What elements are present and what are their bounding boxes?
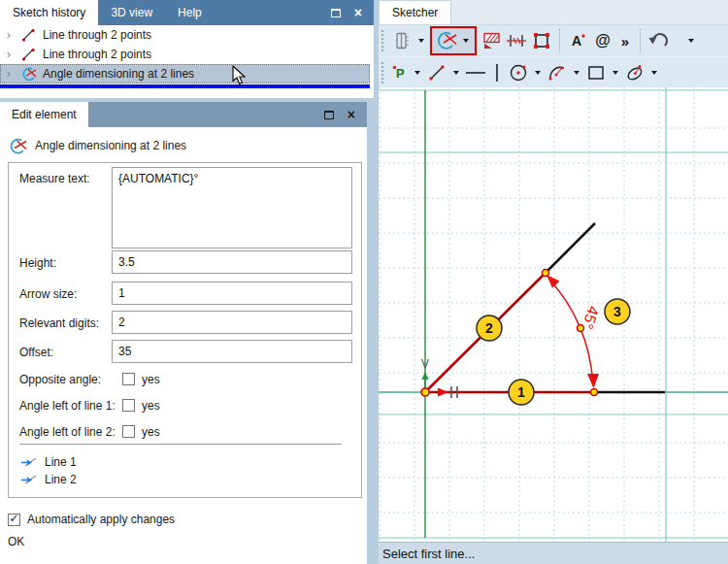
angle-dimension-icon bbox=[8, 138, 27, 154]
tree-row[interactable]: › Line through 2 points bbox=[0, 25, 374, 45]
edit-title-bar: Edit element × bbox=[0, 102, 367, 127]
line-icon bbox=[17, 28, 39, 43]
origin-point[interactable] bbox=[421, 388, 429, 396]
opposite-angle-label: Opposite angle: bbox=[19, 373, 101, 386]
symbol-at-icon[interactable]: @ bbox=[590, 28, 615, 53]
dropdown-arrow-icon[interactable] bbox=[651, 71, 657, 75]
relevant-digits-label: Relevant digits: bbox=[19, 316, 99, 330]
auto-apply-checkbox[interactable]: ✓ bbox=[8, 514, 20, 526]
section-divider bbox=[19, 444, 342, 445]
sketcher-tab-bar: Sketcher bbox=[379, 0, 728, 25]
height-label: Height: bbox=[19, 256, 56, 270]
svg-text:2: 2 bbox=[485, 320, 493, 336]
toolbar-grip[interactable] bbox=[381, 62, 384, 83]
line-2-reference[interactable]: Line 2 bbox=[21, 472, 77, 487]
line-1-endpoint[interactable] bbox=[591, 389, 598, 396]
auto-apply-row: ✓ Automatically apply changes bbox=[8, 511, 175, 528]
grid-major-lines bbox=[379, 87, 728, 542]
chevron-right-icon[interactable]: › bbox=[0, 25, 17, 45]
height-input[interactable] bbox=[112, 250, 352, 274]
relevant-digits-input[interactable] bbox=[112, 311, 352, 334]
toolbar-separator bbox=[640, 29, 641, 52]
tab-3d-view[interactable]: 3D view bbox=[98, 0, 165, 25]
line-2-label: Line 2 bbox=[45, 473, 77, 486]
sketcher-panel: Sketcher bbox=[379, 0, 728, 564]
marker-3: 3 bbox=[605, 299, 630, 324]
close-icon[interactable]: × bbox=[347, 108, 355, 121]
arrow-size-input[interactable] bbox=[112, 282, 352, 305]
sketch-line-2-black[interactable] bbox=[546, 223, 595, 273]
line-icon bbox=[17, 48, 39, 62]
angle-left-line2-label: Angle left of line 2: bbox=[19, 425, 116, 439]
line-2-endpoint[interactable] bbox=[543, 270, 549, 277]
line-1-label: Line 1 bbox=[45, 455, 77, 469]
chevron-right-icon[interactable]: › bbox=[0, 64, 17, 83]
tab-edit-element[interactable]: Edit element bbox=[0, 102, 88, 127]
close-icon[interactable]: × bbox=[354, 6, 362, 19]
undo-icon[interactable] bbox=[645, 28, 671, 53]
history-tab-bar: Sketch history 3D view Help × bbox=[0, 0, 374, 25]
angle-dimension-icon[interactable] bbox=[434, 28, 459, 53]
tab-sketcher[interactable]: Sketcher bbox=[379, 0, 451, 24]
dropdown-arrow-icon[interactable] bbox=[535, 71, 541, 75]
tab-sketch-history[interactable]: Sketch history bbox=[0, 0, 98, 25]
dropdown-arrow-icon[interactable] bbox=[414, 71, 420, 75]
distance-dimension-icon[interactable] bbox=[504, 28, 529, 53]
svg-text:A: A bbox=[572, 33, 581, 49]
element-type-label: Angle dimensioning at 2 lines bbox=[35, 139, 186, 152]
text-icon[interactable]: A bbox=[565, 28, 590, 53]
tree-item-label: Line through 2 points bbox=[39, 48, 151, 61]
line-icon[interactable] bbox=[424, 60, 449, 85]
more-tools-icon[interactable]: » bbox=[615, 28, 635, 53]
horizontal-line-icon[interactable] bbox=[463, 60, 488, 85]
angle-left-line2-option: yes bbox=[142, 425, 160, 439]
line-1-reference[interactable]: Line 1 bbox=[21, 454, 77, 470]
rectangle-icon[interactable] bbox=[583, 60, 609, 85]
dropdown-arrow-icon[interactable] bbox=[574, 71, 579, 75]
select-line-icon bbox=[21, 474, 37, 485]
offset-input[interactable] bbox=[112, 340, 352, 363]
arc-icon[interactable] bbox=[545, 60, 570, 85]
vertical-line-icon[interactable] bbox=[488, 60, 506, 85]
chevron-right-icon[interactable]: › bbox=[0, 45, 17, 64]
tree-row[interactable]: › Line through 2 points bbox=[0, 45, 374, 64]
arc-midpoint[interactable] bbox=[578, 325, 584, 332]
maximize-icon[interactable] bbox=[331, 9, 341, 17]
frame-corners-icon[interactable] bbox=[529, 28, 554, 53]
selection-divider bbox=[0, 84, 370, 88]
angle-dimension-arc[interactable] bbox=[548, 279, 592, 381]
point-icon[interactable]: P bbox=[389, 60, 411, 85]
tree-item-label: Angle dimensioning at 2 lines bbox=[39, 67, 194, 81]
dropdown-arrow-icon[interactable] bbox=[612, 71, 618, 75]
element-type-header: Angle dimensioning at 2 lines bbox=[8, 136, 186, 155]
angle-left-line2-checkbox[interactable] bbox=[122, 425, 135, 438]
circle-icon[interactable] bbox=[506, 60, 531, 85]
dropdown-arrow-icon[interactable] bbox=[463, 39, 469, 43]
tree-row-selected[interactable]: › Angle dimensioning at 2 lines bbox=[0, 64, 370, 83]
ok-button[interactable]: OK bbox=[8, 535, 24, 548]
opposite-angle-checkbox[interactable] bbox=[122, 373, 135, 385]
projection-icon[interactable] bbox=[389, 28, 414, 53]
arc-arrowhead-bottom bbox=[587, 374, 599, 388]
angle-left-line1-option: yes bbox=[142, 399, 160, 413]
dropdown-arrow-icon[interactable] bbox=[453, 71, 459, 75]
svg-text:1: 1 bbox=[517, 384, 525, 400]
vertical-axis-label: V bbox=[421, 357, 429, 371]
dropdown-arrow-icon[interactable] bbox=[688, 39, 694, 43]
direction-arrow-icon bbox=[438, 388, 448, 397]
ellipse-icon[interactable] bbox=[622, 60, 647, 85]
check-icon: ✓ bbox=[9, 513, 18, 524]
select-line-icon bbox=[21, 456, 37, 468]
dropdown-arrow-icon[interactable] bbox=[418, 39, 424, 43]
svg-text:3: 3 bbox=[613, 304, 621, 319]
drawing-canvas[interactable]: V 45° bbox=[379, 87, 728, 542]
maximize-icon[interactable] bbox=[324, 111, 334, 119]
angle-left-line1-checkbox[interactable] bbox=[122, 399, 135, 412]
opposite-angle-option: yes bbox=[142, 373, 160, 386]
measure-text-input[interactable]: {AUTOMATIC}° bbox=[112, 167, 352, 249]
marker-2: 2 bbox=[477, 315, 502, 341]
toolbar-grip[interactable] bbox=[381, 30, 384, 51]
hatch-icon[interactable] bbox=[479, 28, 504, 53]
tab-help[interactable]: Help bbox=[165, 0, 215, 25]
mouse-cursor-icon bbox=[231, 65, 247, 86]
